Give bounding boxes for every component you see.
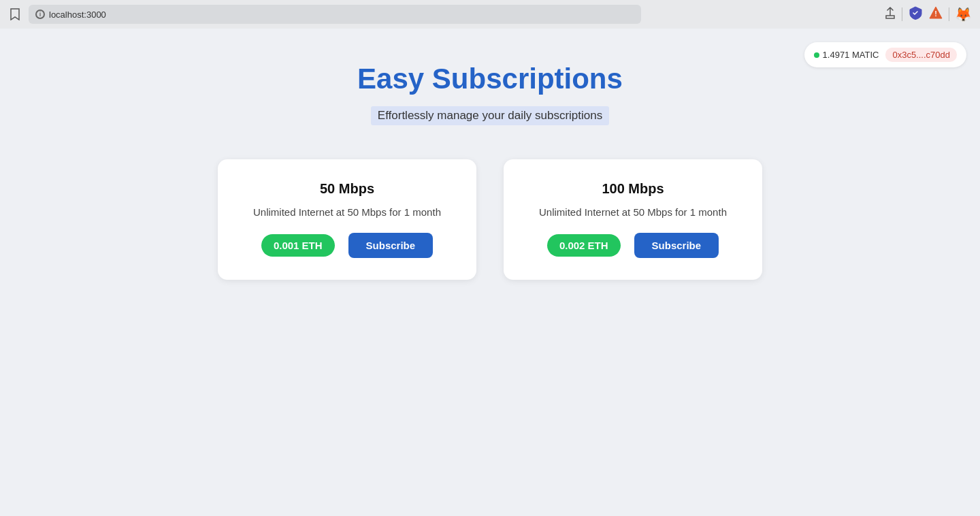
wallet-balance-text: 1.4971 MATIC bbox=[823, 50, 879, 60]
plan-name: 100 Mbps bbox=[602, 181, 664, 197]
alert-icon[interactable]: ! bbox=[928, 5, 943, 23]
page-subtitle: Effortlessly manage your daily subscript… bbox=[371, 106, 609, 125]
divider-2 bbox=[949, 7, 949, 21]
plan-footer: 0.002 ETH Subscribe bbox=[547, 233, 719, 258]
wallet-status-dot bbox=[814, 52, 819, 58]
browser-chrome: i localhost:3000 ! 🦊 bbox=[0, 0, 980, 29]
wallet-address[interactable]: 0x3c5....c70dd bbox=[885, 48, 957, 62]
plan-footer: 0.001 ETH Subscribe bbox=[261, 233, 433, 258]
bookmark-icon[interactable] bbox=[8, 7, 22, 21]
plan-name: 50 Mbps bbox=[320, 181, 374, 197]
info-icon: i bbox=[35, 10, 45, 19]
page-content: 1.4971 MATIC 0x3c5....c70dd Easy Subscri… bbox=[0, 29, 980, 516]
svg-text:!: ! bbox=[934, 10, 937, 18]
url-text: localhost:3000 bbox=[49, 10, 106, 20]
plan-price: 0.002 ETH bbox=[547, 234, 621, 257]
plans-container: 50 Mbps Unlimited Internet at 50 Mbps fo… bbox=[14, 159, 966, 280]
wallet-widget[interactable]: 1.4971 MATIC 0x3c5....c70dd bbox=[804, 42, 966, 67]
browser-avatar-icon[interactable]: 🦊 bbox=[955, 6, 972, 22]
page-title: Easy Subscriptions bbox=[14, 63, 966, 95]
subscribe-button[interactable]: Subscribe bbox=[348, 233, 434, 258]
address-bar[interactable]: i localhost:3000 bbox=[29, 5, 641, 24]
subscribe-button[interactable]: Subscribe bbox=[634, 233, 719, 258]
plan-price: 0.001 ETH bbox=[261, 234, 335, 257]
plan-card-1: 100 Mbps Unlimited Internet at 50 Mbps f… bbox=[504, 159, 762, 280]
divider bbox=[902, 7, 902, 21]
plan-description: Unlimited Internet at 50 Mbps for 1 mont… bbox=[539, 206, 727, 218]
share-icon[interactable] bbox=[884, 7, 896, 22]
browser-actions: ! 🦊 bbox=[884, 5, 972, 23]
brave-shield-icon[interactable] bbox=[908, 5, 923, 23]
wallet-balance: 1.4971 MATIC bbox=[814, 50, 879, 60]
plan-card-0: 50 Mbps Unlimited Internet at 50 Mbps fo… bbox=[218, 159, 476, 280]
plan-description: Unlimited Internet at 50 Mbps for 1 mont… bbox=[253, 206, 441, 218]
